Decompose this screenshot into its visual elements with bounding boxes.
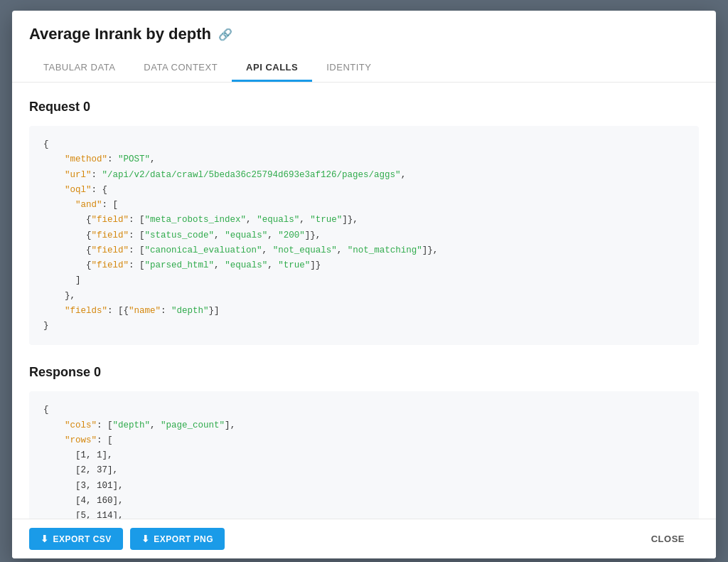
tab-tabular-data[interactable]: TABULAR DATA: [29, 55, 129, 82]
request-section: Request 0 { "method": "POST", "url": "/a…: [29, 100, 699, 345]
link-icon[interactable]: 🔗: [218, 28, 232, 41]
response-section: Response 0 { "cols": ["depth", "page_cou…: [29, 365, 699, 519]
export-csv-button[interactable]: ⬇ EXPORT CSV: [29, 528, 123, 550]
tab-bar: TABULAR DATA DATA CONTEXT API CALLS IDEN…: [29, 55, 699, 82]
request-code-block: { "method": "POST", "url": "/api/v2/data…: [29, 126, 699, 345]
modal-footer: ⬇ EXPORT CSV ⬇ EXPORT PNG CLOSE: [12, 519, 716, 558]
modal-dialog: Average Inrank by depth 🔗 TABULAR DATA D…: [12, 11, 716, 558]
modal-header: Average Inrank by depth 🔗 TABULAR DATA D…: [12, 11, 716, 83]
modal-body: Request 0 { "method": "POST", "url": "/a…: [12, 83, 716, 519]
tab-data-context[interactable]: DATA CONTEXT: [129, 55, 232, 82]
request-section-title: Request 0: [29, 100, 699, 115]
export-png-button[interactable]: ⬇ EXPORT PNG: [130, 528, 225, 550]
download-csv-icon: ⬇: [41, 534, 49, 544]
tab-api-calls[interactable]: API CALLS: [232, 55, 312, 82]
download-png-icon: ⬇: [141, 534, 150, 544]
footer-actions-left: ⬇ EXPORT CSV ⬇ EXPORT PNG: [29, 528, 225, 550]
response-section-title: Response 0: [29, 365, 699, 380]
close-button[interactable]: CLOSE: [637, 528, 699, 550]
modal-overlay: Average Inrank by depth 🔗 TABULAR DATA D…: [0, 0, 728, 562]
modal-title: Average Inrank by depth: [29, 25, 211, 43]
response-code-block: { "cols": ["depth", "page_count"], "rows…: [29, 391, 699, 519]
tab-identity[interactable]: IDENTITY: [312, 55, 385, 82]
